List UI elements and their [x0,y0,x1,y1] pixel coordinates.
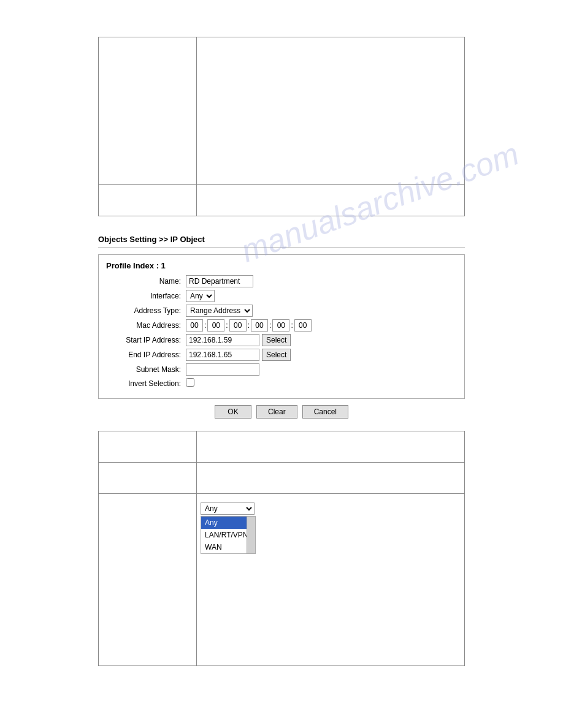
top-table [98,37,465,216]
top-table-cell-1-right [197,37,464,184]
top-table-cell-2-left [99,185,197,216]
name-input[interactable] [186,275,253,287]
bottom-table: Any LAN/RT/VPN WAN Any LAN/RT/VPN WAN [98,431,465,666]
address-type-select[interactable]: Range Address [186,305,253,317]
profile-row-address-type: Address Type: Range Address [106,305,457,319]
interface-dropdown[interactable]: Any LAN/RT/VPN WAN [201,502,255,515]
bottom-table-row-1 [99,431,464,463]
end-ip-row: Select [186,349,457,361]
bottom-table-row-2 [99,463,464,494]
profile-row-invert: Invert Selection: [106,378,457,391]
profile-row-subnet: Subnet Mask: [106,363,457,378]
mac-sep-5: : [291,321,293,330]
objects-title: Objects Setting >> IP Object [98,235,465,244]
start-ip-row: Select [186,334,457,346]
mac-octet-3[interactable] [229,319,247,332]
bottom-table-row-3: Any LAN/RT/VPN WAN Any LAN/RT/VPN WAN [99,494,464,666]
subnet-mask-label: Subnet Mask: [106,363,186,378]
objects-section: Objects Setting >> IP Object Profile Ind… [98,235,465,419]
address-type-label: Address Type: [106,305,186,319]
cancel-button[interactable]: Cancel [302,405,348,419]
invert-selection-checkbox[interactable] [186,378,194,387]
profile-row-start-ip: Start IP Address: Select [106,334,457,349]
top-table-row-2 [99,185,464,216]
interface-label: Interface: [106,290,186,305]
mac-sep-4: : [269,321,271,330]
subnet-mask-value [186,363,457,378]
dropdown-area: Any LAN/RT/VPN WAN Any LAN/RT/VPN WAN [201,498,461,520]
mac-sep-3: : [248,321,250,330]
start-ip-label: Start IP Address: [106,334,186,349]
bottom-table-cell-1-left [99,431,197,462]
clear-button[interactable]: Clear [256,405,297,419]
top-table-cell-2-right [197,185,464,216]
bottom-table-cell-3-left [99,494,197,665]
name-value [186,275,457,290]
profile-fields: Name: Interface: Any Address Type: [106,275,457,391]
start-ip-select-button[interactable]: Select [262,334,291,346]
end-ip-input[interactable] [186,349,259,361]
mac-label: Mac Address: [106,319,186,334]
dropdown-container: Any LAN/RT/VPN WAN Any LAN/RT/VPN WAN [201,502,255,515]
end-ip-select-button[interactable]: Select [262,349,291,361]
interface-select[interactable]: Any [186,290,215,302]
mac-octet-6[interactable] [294,319,312,332]
objects-divider [98,248,465,248]
dropdown-popup: Any LAN/RT/VPN WAN [201,516,256,554]
name-label: Name: [106,275,186,290]
address-type-value: Range Address [186,305,457,319]
mac-sep-1: : [204,321,206,330]
mac-octet-5[interactable] [272,319,289,332]
subnet-mask-input[interactable] [186,363,259,376]
profile-box: Profile Index : 1 Name: Interface: Any [98,254,465,399]
profile-row-interface: Interface: Any [106,290,457,305]
top-table-cell-1-left [99,37,197,184]
mac-sep-2: : [226,321,228,330]
bottom-table-cell-3-right: Any LAN/RT/VPN WAN Any LAN/RT/VPN WAN [197,494,464,665]
end-ip-value-container: Select [186,349,457,363]
mac-value-container: : : : : : [186,319,457,334]
start-ip-value-container: Select [186,334,457,349]
top-table-row-1 [99,37,464,185]
mac-octet-2[interactable] [207,319,224,332]
bottom-table-cell-2-left [99,463,197,493]
profile-row-end-ip: End IP Address: Select [106,349,457,363]
button-row: OK Clear Cancel [98,405,465,419]
start-ip-input[interactable] [186,334,259,346]
bottom-table-cell-1-right [197,431,464,462]
invert-selection-label: Invert Selection: [106,378,186,391]
ok-button[interactable]: OK [215,405,251,419]
profile-index: Profile Index : 1 [106,261,457,270]
mac-inputs: : : : : : [186,319,457,332]
profile-row-name: Name: [106,275,457,290]
bottom-table-cell-2-right [197,463,464,493]
interface-value: Any [186,290,457,305]
end-ip-label: End IP Address: [106,349,186,363]
profile-row-mac: Mac Address: : : : : : [106,319,457,334]
dropdown-scrollbar[interactable] [247,517,255,553]
mac-octet-4[interactable] [251,319,268,332]
invert-selection-value [186,378,457,391]
mac-octet-1[interactable] [186,319,203,332]
